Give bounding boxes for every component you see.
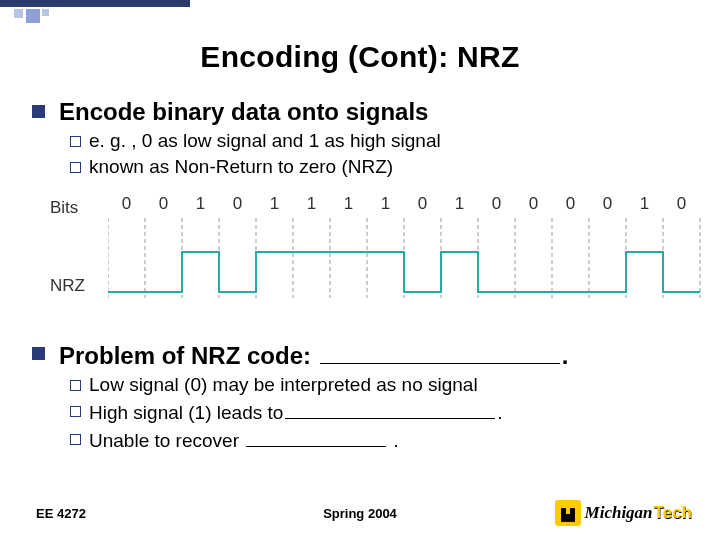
square-bullet-icon [32,347,45,360]
section1-heading: Encode binary data onto signals [59,98,428,126]
section2-item: High signal (1) leads to. [89,400,503,424]
section2-heading-pre: Problem of NRZ code: [59,342,318,369]
bullet-level2: Low signal (0) may be interpreted as no … [70,374,688,396]
item-text: Unable to recover [89,430,244,451]
bullet-level1: Encode binary data onto signals [32,98,688,126]
bit-cell: 0 [145,194,182,214]
bit-cell: 1 [256,194,293,214]
bullet-level1: Problem of NRZ code: . [32,340,688,370]
logo-word2: Tech [654,503,692,523]
fill-in-blank [285,400,495,419]
hollow-square-icon [70,380,81,391]
bit-cell: 0 [552,194,589,214]
bullet-level2: Unable to recover . [70,428,688,452]
hollow-square-icon [70,162,81,173]
slide-corner-decoration [0,0,190,28]
slide-content: Encode binary data onto signals e. g. , … [0,74,720,452]
item-text: Low signal (0) may be interpreted as no … [89,374,478,395]
fill-in-blank [246,428,386,447]
fill-in-blank [320,340,560,364]
item-text: High signal (1) leads to [89,402,283,423]
michigan-tech-logo: MichiganTech [555,500,692,526]
nrz-diagram: Bits NRZ 0 0 1 0 1 1 1 1 0 1 0 0 0 0 1 0 [32,194,688,324]
section2-heading-post: . [562,342,569,369]
bullet-level2: known as Non-Return to zero (NRZ) [70,156,688,178]
bits-row: 0 0 1 0 1 1 1 1 0 1 0 0 0 0 1 0 [108,194,700,214]
bullet-level2: High signal (1) leads to. [70,400,688,424]
bit-cell: 0 [478,194,515,214]
bit-cell: 0 [663,194,700,214]
hollow-square-icon [70,434,81,445]
item-text: . [388,430,399,451]
section2-heading: Problem of NRZ code: . [59,340,568,370]
hollow-square-icon [70,136,81,147]
nrz-waveform-svg [108,218,708,318]
bit-cell: 1 [626,194,663,214]
bit-cell: 0 [108,194,145,214]
section2-item: Unable to recover . [89,428,399,452]
logo-mark-icon [555,500,581,526]
bit-cell: 1 [182,194,219,214]
nrz-label: NRZ [50,276,85,296]
item-text: . [497,402,502,423]
section1-item: known as Non-Return to zero (NRZ) [89,156,393,178]
bit-cell: 0 [515,194,552,214]
term-label: Spring 2004 [323,506,397,521]
section1-item: e. g. , 0 as low signal and 1 as high si… [89,130,441,152]
slide-title: Encoding (Cont): NRZ [0,40,720,74]
bit-cell: 1 [293,194,330,214]
bits-label: Bits [50,198,78,218]
bit-cell: 0 [404,194,441,214]
bit-cell: 0 [219,194,256,214]
bit-cell: 1 [441,194,478,214]
bullet-level2: e. g. , 0 as low signal and 1 as high si… [70,130,688,152]
bit-cell: 1 [367,194,404,214]
slide-footer: EE 4272 Spring 2004 MichiganTech [0,500,720,526]
square-bullet-icon [32,105,45,118]
logo-word1: Michigan [585,503,653,523]
bit-cell: 1 [330,194,367,214]
hollow-square-icon [70,406,81,417]
section2-item: Low signal (0) may be interpreted as no … [89,374,478,396]
bit-cell: 0 [589,194,626,214]
course-code: EE 4272 [36,506,86,521]
